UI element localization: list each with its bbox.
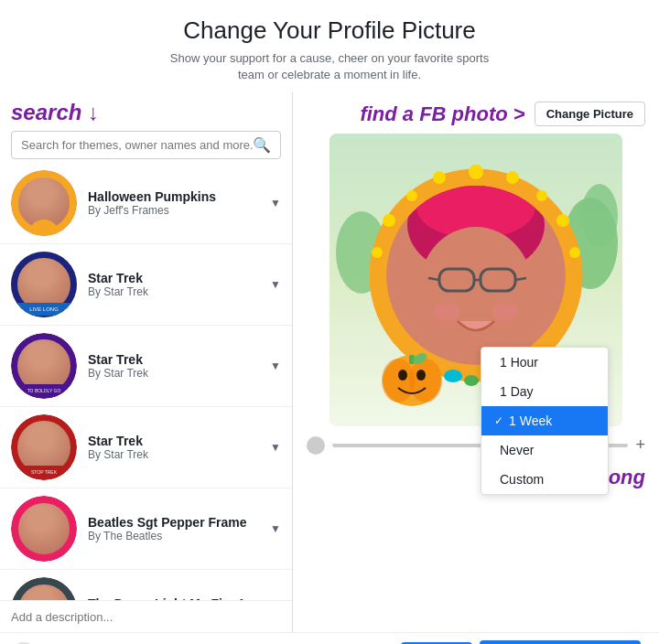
description-area [0,600,292,632]
svg-point-17 [398,370,407,381]
search-icon: 🔍 [253,136,271,154]
change-picture-button[interactable]: Change Picture [535,102,645,126]
frame-name: The Doors Light My Fire 1 [88,596,270,600]
svg-point-10 [433,171,446,184]
search-box: 🔍 [11,131,281,159]
search-label: search ↓ [11,100,281,125]
duration-option-never[interactable]: Never [481,435,608,465]
duration-option-1day[interactable]: 1 Day [481,377,608,406]
frame-thumbnail: LIVE LONG [11,252,77,317]
svg-point-5 [469,165,483,179]
list-item[interactable]: Beatles Sgt Pepper Frame By The Beatles … [0,488,292,570]
frame-info: Beatles Sgt Pepper Frame By The Beatles [88,515,270,542]
expand-arrow-icon: ▼ [270,522,281,535]
frame-info: The Doors Light My Fire 1 By The Doors [88,596,270,600]
svg-point-7 [536,190,547,201]
checkmark-selected-icon: ✓ [494,414,503,427]
description-input[interactable] [11,610,281,624]
slider-thumb[interactable] [307,436,325,455]
svg-point-16 [409,359,442,402]
frame-author: By Star Trek [88,285,270,298]
duration-option-1week[interactable]: ✓ 1 Week [481,406,608,435]
right-top-bar: find a FB photo > Change Picture [307,102,645,126]
svg-point-9 [569,247,580,258]
frame-thumbnail [11,170,77,236]
svg-point-45 [434,303,459,321]
list-item[interactable]: The Doors Light My Fire 1 By The Doors ▼ [0,570,292,600]
footer-actions: 1 Week ▾ Use as Profile Picture [401,640,641,644]
frame-name: Star Trek [88,352,270,367]
expand-arrow-icon: ▼ [270,197,281,209]
frame-name: Halloween Pumpkins [88,189,270,204]
frame-thumbnail: TO BOLDLY GO [11,333,77,399]
main-layout: search ↓ 🔍 Halloween Pumpkins [0,92,659,632]
frame-author: By Star Trek [88,367,270,380]
frame-info: Halloween Pumpkins By Jeff's Frames [88,189,270,217]
svg-point-6 [506,171,519,184]
frame-info: Star Trek By Star Trek [88,434,270,461]
find-fb-label: find a FB photo > [360,102,524,126]
frame-name: Beatles Sgt Pepper Frame [88,515,270,530]
search-section: search ↓ 🔍 [0,92,292,163]
page-subtitle: Show your support for a cause, cheer on … [165,50,494,83]
list-item[interactable]: Halloween Pumpkins By Jeff's Frames ▼ [0,163,292,244]
expand-arrow-icon: ▼ [270,278,281,291]
list-item[interactable]: LIVE LONG Star Trek By Star Trek ▼ [0,244,292,326]
frame-list: Halloween Pumpkins By Jeff's Frames ▼ LI… [0,163,292,600]
frame-thumbnail [11,496,77,562]
svg-point-18 [416,370,426,381]
svg-point-12 [383,214,395,227]
frame-author: By Star Trek [88,448,270,461]
svg-point-8 [556,214,569,227]
page-title: Change Your Profile Picture [18,16,641,45]
frame-info: Star Trek By Star Trek [88,352,270,380]
page-header: Change Your Profile Picture Show your su… [0,0,659,92]
svg-point-1 [581,184,618,248]
frame-thumbnail: STOP TREK [11,414,77,480]
use-profile-picture-button[interactable]: Use as Profile Picture [480,640,641,644]
list-item[interactable]: TO BOLDLY GO Star Trek By Star Trek ▼ [0,326,292,407]
expand-arrow-icon: ▼ [270,441,281,454]
frame-author: By Jeff's Frames [88,204,270,217]
frame-name: Star Trek [88,434,270,448]
slider-plus-icon[interactable]: + [635,435,645,455]
right-panel: find a FB photo > Change Picture [293,92,659,632]
duration-option-1hour[interactable]: 1 Hour [481,348,608,377]
frame-info: Star Trek By Star Trek [88,271,270,298]
frame-author: By The Beatles [88,530,270,542]
frame-thumbnail [11,577,77,600]
svg-point-13 [372,247,383,258]
list-item[interactable]: STOP TREK Star Trek By Star Trek ▼ [0,407,292,488]
svg-point-11 [406,190,417,201]
duration-option-custom[interactable]: Custom [481,465,608,494]
search-input[interactable] [21,138,253,152]
svg-point-31 [444,370,462,382]
svg-point-46 [492,303,518,321]
duration-dropdown: 1 Hour 1 Day ✓ 1 Week Never Custom [481,347,609,495]
left-panel: search ↓ 🔍 Halloween Pumpkins [0,92,293,632]
frame-name: Star Trek [88,271,270,285]
footer-row: ▼ < choose page Switch back to previous … [0,632,659,644]
expand-arrow-icon: ▼ [270,360,281,372]
svg-point-32 [464,375,479,386]
svg-point-39 [419,227,533,351]
